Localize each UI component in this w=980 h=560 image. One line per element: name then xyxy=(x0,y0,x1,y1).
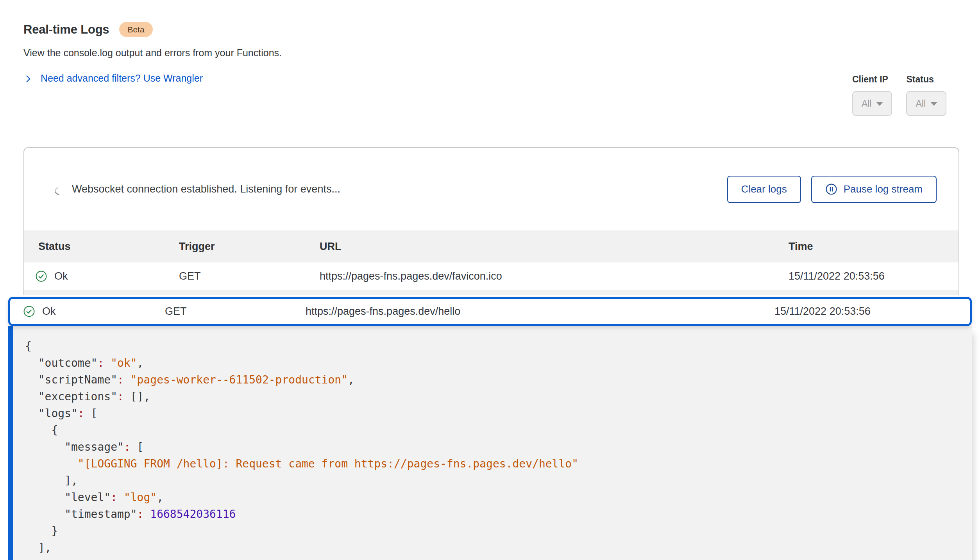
row-separator xyxy=(24,290,959,295)
row-time-cell: 15/11/2022 20:53:56 xyxy=(774,270,959,282)
page-title: Real-time Logs xyxy=(23,23,109,37)
client-ip-filter-value: All xyxy=(862,98,872,109)
page-header: Real-time Logs Beta View the console.log… xyxy=(0,0,980,84)
log-stream-panel: Websocket connection established. Listen… xyxy=(23,147,959,295)
wrangler-link-row[interactable]: Need advanced filters? Use Wrangler xyxy=(23,73,957,84)
status-filter-value: All xyxy=(916,98,926,109)
column-header-url: URL xyxy=(306,241,774,253)
spinner-icon xyxy=(53,185,64,196)
column-header-time: Time xyxy=(774,241,959,253)
title-row: Real-time Logs Beta xyxy=(23,22,957,37)
pause-icon xyxy=(825,183,837,195)
log-table-row-selected[interactable]: Ok GET https://pages-fns.pages.dev/hello… xyxy=(8,297,972,326)
clear-logs-button[interactable]: Clear logs xyxy=(727,176,801,203)
log-detail-panel: { "outcome": "ok", "scriptName": "pages-… xyxy=(8,326,972,560)
row-trigger-cell: GET xyxy=(151,305,291,317)
row-trigger-cell: GET xyxy=(165,270,306,282)
log-actions: Clear logs Pause log stream xyxy=(727,176,937,203)
log-table-row[interactable]: Ok GET https://pages-fns.pages.dev/favic… xyxy=(24,262,959,290)
dropdown-caret-icon xyxy=(876,102,883,106)
websocket-status-bar: Websocket connection established. Listen… xyxy=(24,148,959,230)
row-status-cell: Ok xyxy=(24,270,165,282)
chevron-right-icon xyxy=(23,74,33,84)
beta-badge: Beta xyxy=(119,22,152,37)
pause-log-stream-label: Pause log stream xyxy=(844,183,923,195)
status-filter: Status All xyxy=(906,74,946,116)
column-header-status: Status xyxy=(24,241,165,253)
client-ip-filter-dropdown[interactable]: All xyxy=(852,91,892,116)
clear-logs-label: Clear logs xyxy=(741,183,787,195)
status-filter-dropdown[interactable]: All xyxy=(906,91,946,116)
filters: Client IP All Status All xyxy=(852,74,946,116)
row-url-cell: https://pages-fns.pages.dev/favicon.ico xyxy=(306,270,774,282)
check-circle-icon xyxy=(23,305,35,317)
page-subtitle: View the console.log output and errors f… xyxy=(23,47,957,59)
websocket-status-text: Websocket connection established. Listen… xyxy=(72,183,340,195)
row-time-cell: 15/11/2022 20:53:56 xyxy=(760,305,970,317)
log-table-header: Status Trigger URL Time xyxy=(24,230,959,262)
wrangler-link[interactable]: Need advanced filters? Use Wrangler xyxy=(41,73,203,84)
expanded-log-entry: Ok GET https://pages-fns.pages.dev/hello… xyxy=(8,297,972,560)
client-ip-filter: Client IP All xyxy=(852,74,892,116)
status-filter-label: Status xyxy=(906,74,946,85)
json-code: { "outcome": "ok", "scriptName": "pages-… xyxy=(13,326,972,556)
client-ip-filter-label: Client IP xyxy=(852,74,892,85)
dropdown-caret-icon xyxy=(931,102,937,106)
row-status-text: Ok xyxy=(42,305,56,317)
row-status-cell: Ok xyxy=(10,305,151,317)
column-header-trigger: Trigger xyxy=(165,241,306,253)
row-status-text: Ok xyxy=(54,270,68,282)
row-url-cell: https://pages-fns.pages.dev/hello xyxy=(291,305,760,317)
pause-log-stream-button[interactable]: Pause log stream xyxy=(811,176,937,203)
realtime-logs-page: Real-time Logs Beta View the console.log… xyxy=(0,0,980,560)
check-circle-icon xyxy=(35,270,47,282)
